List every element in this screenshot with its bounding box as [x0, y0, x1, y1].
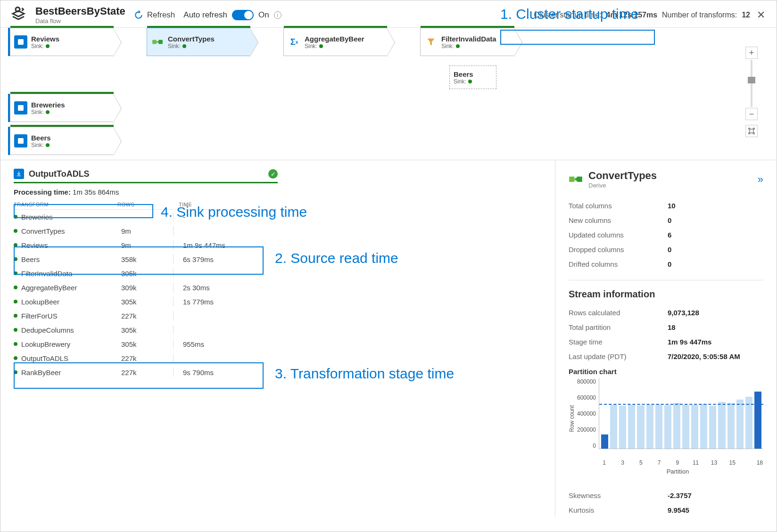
chart-y-label: Row count	[569, 405, 575, 432]
kv-row: Dropped columns0	[569, 242, 763, 257]
node-sink-status: Sink:	[31, 109, 65, 115]
node-sink-status: Sink:	[168, 43, 215, 49]
node-reviews[interactable]: Reviews Sink:	[10, 28, 114, 56]
header-title-block: BestBeersByState Data flow	[35, 5, 125, 25]
kv-row: Drifted columns0	[569, 257, 763, 271]
annotation-2: 2. Source read time	[275, 250, 398, 266]
node-beers[interactable]: Beers Sink:	[10, 127, 114, 155]
header-right: Cluster startup time: 4m 12s 157ms Numbe…	[534, 9, 767, 21]
chart-bar	[637, 405, 644, 449]
kv-row: Stage time1m 9s 447ms	[569, 335, 763, 349]
node-name: AggregateByBeer	[305, 35, 364, 43]
svg-rect-7	[577, 176, 582, 181]
zoom-control: + −	[744, 47, 759, 137]
dataflow-icon	[10, 7, 27, 24]
kv-row: Last update (PDT)7/20/2020, 5:05:58 AM	[569, 349, 763, 364]
node-sink-status: Sink:	[31, 43, 59, 49]
node-converttypes[interactable]: ConvertTypes Sink:	[147, 28, 250, 56]
node-name: FilterInvalidData	[441, 35, 496, 43]
table-row[interactable]: LookupBrewery305k955ms	[14, 337, 278, 351]
node-name: Beers	[454, 70, 473, 78]
kv-row: Rows calculated9,073,128	[569, 305, 763, 320]
sink-title: OutputToADLS	[29, 169, 90, 179]
node-name: Reviews	[31, 35, 59, 43]
kv-row: Kurtosis9.9545	[569, 503, 763, 516]
auto-refresh-group: Auto refresh On i	[183, 10, 281, 20]
table-row[interactable]: Beers358k6s 379ms	[14, 252, 278, 266]
detail-panel: ConvertTypes Derive » Total columns10New…	[555, 160, 777, 516]
annotation-3: 3. Transformation stage time	[275, 366, 454, 382]
table-row[interactable]: FilterInvalidData305k	[14, 266, 278, 280]
table-row[interactable]: Reviews9m1m 9s 447ms	[14, 238, 278, 252]
chart-bar	[718, 402, 725, 449]
table-row[interactable]: DedupeColumns305k	[14, 323, 278, 337]
node-sink-status: Sink:	[441, 43, 496, 49]
chart-bar	[664, 405, 671, 449]
chart-bar	[682, 405, 689, 449]
table-row[interactable]: OutputToADLS227k	[14, 351, 278, 365]
svg-rect-2	[158, 40, 163, 44]
table-row[interactable]: RankByBeer227k9s 790ms	[14, 365, 278, 379]
info-icon[interactable]: i	[274, 11, 281, 19]
sink-icon	[14, 169, 24, 179]
zoom-in-button[interactable]: +	[745, 47, 758, 59]
node-sink-status: Sink:	[31, 142, 51, 148]
col-time: TIME	[179, 202, 278, 207]
chart-bar	[709, 406, 716, 449]
node-beers-placeholder[interactable]: Beers Sink:	[449, 65, 496, 89]
refresh-icon	[134, 10, 143, 20]
zoom-slider[interactable]	[751, 60, 752, 107]
svg-rect-0	[18, 39, 24, 45]
chart-bars	[599, 378, 763, 449]
table-row[interactable]: FilterForUS227k	[14, 309, 278, 323]
chart-x-label: Partition	[569, 468, 763, 475]
node-aggregatebybeer[interactable]: Σx AggregateByBeer Sink:	[283, 28, 387, 56]
node-breweries[interactable]: Breweries Sink:	[10, 94, 114, 122]
cluster-startup-value: 4m 12s 157ms	[606, 11, 658, 19]
kv-row: New columns0	[569, 213, 763, 228]
chart-bar	[673, 403, 680, 449]
col-rows: ROWS	[117, 202, 169, 207]
col-transform: TRANSFORM	[14, 202, 117, 207]
header-bar: BestBeersByState Data flow Refresh Auto …	[0, 0, 777, 28]
dataflow-canvas[interactable]: Reviews Sink: ConvertTypes Sink: Σx Aggr…	[0, 28, 777, 160]
auto-refresh-label: Auto refresh	[183, 10, 227, 20]
auto-refresh-toggle[interactable]	[232, 10, 254, 20]
node-sink-status: Sink:	[305, 43, 364, 49]
svg-rect-3	[18, 105, 24, 111]
table-row[interactable]: LookupBeer305k1s 779ms	[14, 295, 278, 309]
transforms-value: 12	[742, 11, 750, 19]
kv-row: Total partition18	[569, 320, 763, 335]
chart-y-axis: 800000 600000 400000 200000 0	[577, 378, 599, 449]
refresh-label: Refresh	[147, 10, 175, 20]
cluster-startup-label: Cluster startup time:	[534, 11, 601, 19]
chart-bar	[601, 434, 608, 449]
filter-icon	[424, 35, 438, 49]
chart-bar	[727, 403, 735, 449]
success-icon: ✓	[268, 169, 278, 179]
svg-rect-1	[152, 40, 157, 44]
source-icon	[14, 35, 27, 49]
close-icon[interactable]: ✕	[755, 9, 767, 21]
kv-row: Total columns10	[569, 198, 763, 213]
transforms-label: Number of transforms:	[662, 11, 737, 19]
node-filterinvaliddata[interactable]: FilterInvalidData Sink:	[420, 28, 514, 56]
chart-bar	[691, 405, 698, 449]
svg-rect-4	[18, 138, 24, 144]
fit-to-screen-button[interactable]	[745, 125, 758, 137]
table-row[interactable]: Breweries--	[14, 210, 278, 224]
zoom-out-button[interactable]: −	[745, 108, 758, 120]
chart-bar	[628, 405, 635, 449]
node-sink-status: Sink:	[454, 78, 473, 85]
chart-bar	[736, 400, 744, 449]
table-row[interactable]: AggregateByBeer309k2s 30ms	[14, 280, 278, 295]
svg-rect-6	[569, 176, 574, 181]
expand-icon[interactable]: »	[758, 173, 763, 186]
stream-info-title: Stream information	[569, 289, 763, 300]
svg-rect-5	[750, 129, 753, 133]
main-split: OutputToADLS ✓ Processing time: 1m 35s 8…	[0, 160, 777, 516]
sink-header: OutputToADLS ✓	[14, 169, 278, 179]
table-row[interactable]: ConvertTypes9m	[14, 224, 278, 238]
aggregate-icon: Σx	[288, 35, 301, 49]
refresh-button[interactable]: Refresh	[134, 10, 175, 20]
